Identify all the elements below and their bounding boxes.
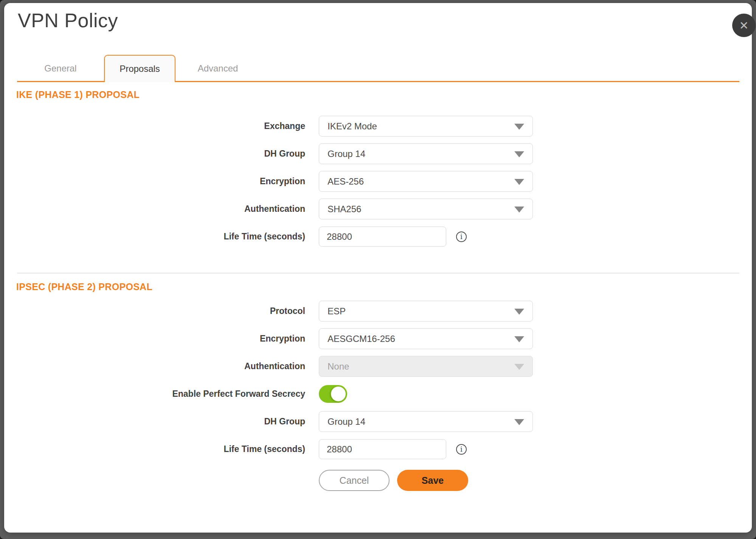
form-row-encryption: Encryption AES-256: [4, 171, 752, 192]
toggle-knob: [331, 387, 346, 401]
close-icon: ✕: [739, 19, 748, 32]
tab-advanced[interactable]: Advanced: [175, 55, 260, 82]
cancel-button[interactable]: Cancel: [319, 470, 390, 491]
encryption-p2-select[interactable]: AESGCM16-256: [319, 328, 533, 349]
authentication-p2-value: None: [328, 361, 349, 372]
form-row-authentication: Authentication SHA256: [4, 199, 752, 219]
dh-group-p2-select[interactable]: Group 14: [319, 411, 533, 432]
exchange-label: Exchange: [4, 121, 305, 131]
dh-group-p2-value: Group 14: [328, 416, 365, 427]
life-time-input[interactable]: [319, 227, 446, 247]
vpn-policy-dialog: VPN Policy General Proposals Advanced IK…: [4, 3, 752, 533]
exchange-select[interactable]: IKEv2 Mode: [319, 116, 533, 137]
authentication-p2-select-disabled: None: [319, 356, 533, 377]
chevron-down-icon: [514, 124, 524, 130]
pfs-label: Enable Perfect Forward Secrecy: [4, 389, 305, 399]
info-icon[interactable]: i: [456, 231, 467, 242]
ike-phase1-form: Exchange IKEv2 Mode DH Group Group 14: [4, 116, 752, 254]
section-header-ike-phase1: IKE (PHASE 1) PROPOSAL: [16, 89, 140, 100]
form-row-protocol: Protocol ESP: [4, 301, 752, 322]
info-icon[interactable]: i: [456, 444, 467, 455]
form-row-life-time: Life Time (seconds) i: [4, 226, 752, 247]
authentication-value: SHA256: [328, 204, 361, 214]
chevron-down-icon: [514, 151, 524, 157]
form-row-encryption-p2: Encryption AESGCM16-256: [4, 328, 752, 349]
life-time-label: Life Time (seconds): [4, 231, 305, 242]
form-row-authentication-p2: Authentication None: [4, 356, 752, 377]
encryption-p2-label: Encryption: [4, 334, 305, 344]
dh-group-value: Group 14: [328, 149, 365, 159]
encryption-label: Encryption: [4, 176, 305, 186]
close-button[interactable]: ✕: [732, 14, 756, 37]
chevron-down-icon: [514, 309, 524, 315]
dh-group-label: DH Group: [4, 149, 305, 159]
chevron-down-icon: [514, 207, 524, 213]
page-title: VPN Policy: [18, 9, 118, 32]
dh-group-select[interactable]: Group 14: [319, 143, 533, 164]
tab-general[interactable]: General: [17, 55, 104, 82]
section-divider: [17, 273, 739, 273]
pfs-toggle[interactable]: [319, 385, 347, 403]
tab-bar: General Proposals Advanced: [17, 55, 739, 82]
tab-proposals[interactable]: Proposals: [104, 55, 175, 82]
protocol-label: Protocol: [4, 306, 305, 316]
protocol-select[interactable]: ESP: [319, 301, 533, 322]
form-row-exchange: Exchange IKEv2 Mode: [4, 116, 752, 137]
form-row-dh-group: DH Group Group 14: [4, 143, 752, 164]
save-button[interactable]: Save: [397, 470, 468, 491]
modal-backdrop: VPN Policy General Proposals Advanced IK…: [0, 0, 756, 539]
encryption-p2-value: AESGCM16-256: [328, 334, 395, 344]
life-time-p2-label: Life Time (seconds): [4, 444, 305, 454]
encryption-value: AES-256: [328, 176, 364, 187]
chevron-down-icon: [514, 179, 524, 185]
protocol-value: ESP: [328, 306, 346, 317]
form-row-dh-group-p2: DH Group Group 14: [4, 411, 752, 432]
section-header-ipsec-phase2: IPSEC (PHASE 2) PROPOSAL: [16, 281, 152, 292]
authentication-select[interactable]: SHA256: [319, 199, 533, 219]
exchange-value: IKEv2 Mode: [328, 121, 377, 132]
authentication-p2-label: Authentication: [4, 361, 305, 371]
ipsec-phase2-form: Protocol ESP Encryption AESGCM16-256: [4, 301, 752, 466]
life-time-p2-input[interactable]: [319, 439, 446, 459]
authentication-label: Authentication: [4, 204, 305, 214]
chevron-down-icon: [514, 419, 524, 425]
chevron-down-icon: [514, 364, 524, 370]
form-row-pfs: Enable Perfect Forward Secrecy: [4, 384, 752, 404]
dh-group-p2-label: DH Group: [4, 416, 305, 427]
chevron-down-icon: [514, 336, 524, 342]
encryption-select[interactable]: AES-256: [319, 171, 533, 192]
form-row-life-time-p2: Life Time (seconds) i: [4, 439, 752, 460]
